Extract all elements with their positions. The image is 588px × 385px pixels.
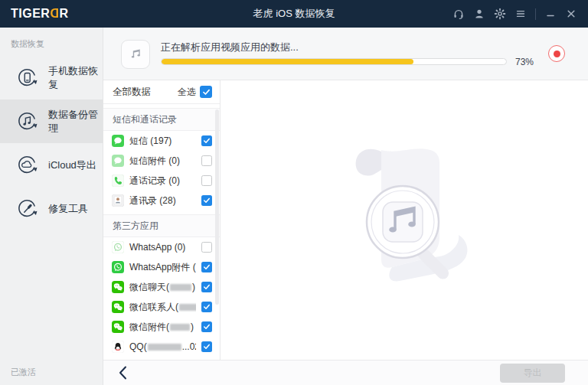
sidebar-items: 手机数据恢复数据备份管理iCloud导出修复工具 [0,56,103,230]
user-icon[interactable] [473,8,485,20]
titlebar-divider [535,8,536,20]
logo-tail: R [59,7,68,20]
wechat-icon [112,281,124,293]
list-item[interactable]: 通讯录 (28) [103,191,220,210]
list-item-label: 短信 (197) [129,135,196,148]
sidebar-item[interactable]: 修复工具 [0,187,103,230]
item-checkbox[interactable] [201,321,212,332]
list-item-label: 微信附件() (9259) [129,321,196,334]
minimize-icon[interactable] [544,8,557,20]
section-header: 第三方应用 [103,214,220,237]
sidebar: 数据恢复 手机数据恢复数据备份管理iCloud导出修复工具 已激活 [0,28,103,385]
item-checkbox[interactable] [201,282,212,292]
logo-text: TIGER [11,7,50,20]
sidebar-item[interactable]: 数据备份管理 [0,100,103,143]
list-header: 全部数据 全选 [103,80,220,104]
item-checkbox[interactable] [201,135,212,146]
whatsapp-icon [112,261,124,273]
back-chevron-icon[interactable] [115,365,130,380]
export-button[interactable]: 导出 [500,364,565,383]
list-scrollbar[interactable] [215,109,219,305]
music-note-icon [121,40,150,69]
qq-icon [112,341,124,353]
progress-percent: 73% [515,57,534,67]
list-item-label: WhatsApp (0) [129,242,196,253]
window-title: 老虎 iOS 数据恢复 [141,7,447,21]
item-checkbox[interactable] [201,155,212,166]
list-item[interactable] [103,357,220,360]
call-log-icon [112,175,124,187]
sidebar-section-label: 数据恢复 [0,28,103,56]
list-item-label: WhatsApp附件 (2) [129,261,196,274]
scan-status-text: 正在解析应用视频应用的数据... [161,41,299,54]
list-item-label: 微信联系人() (2126) [129,301,196,314]
backup-management-icon [16,110,39,133]
list-item-label: 微信聊天() (280) [129,281,196,294]
list-item[interactable]: WhatsApp (0) [103,237,220,257]
wechat-icon [112,321,124,333]
item-checkbox[interactable] [201,302,212,312]
progress-bar [161,58,507,65]
data-type-panel: 全部数据 全选 短信和通话记录短信 (197)短信附件 (0)通话记录 (0)通… [103,80,220,360]
menu-icon[interactable] [514,8,527,20]
phone-recovery-icon [16,67,39,90]
contacts-icon [112,194,124,207]
list-item[interactable]: 短信 (197) [103,131,220,151]
sms-attachment-icon [112,155,124,167]
main-area: 正在解析应用视频应用的数据... 73% 全部数据 全选 [103,28,588,385]
list-item[interactable]: QQ(...021) (2) [103,337,220,357]
redacted-text [170,284,191,291]
item-checkbox[interactable] [201,242,212,253]
app-logo: TIGERDR [11,7,141,21]
activation-status: 已激活 [11,367,36,378]
list-item[interactable]: WhatsApp附件 (2) [103,257,220,277]
record-dot-icon [554,51,560,57]
repair-tool-icon [16,197,39,220]
parsing-illustration [315,135,493,306]
scan-progress-area: 正在解析应用视频应用的数据... 73% [103,28,588,80]
sidebar-item[interactable]: 手机数据恢复 [0,56,103,100]
list-item-label: 通话记录 (0) [129,175,196,188]
record-stop-button[interactable] [548,45,565,62]
sidebar-item[interactable]: iCloud导出 [0,143,103,187]
logo-accent-letter: D [50,7,59,21]
list-item[interactable]: 微信附件() (9259) [103,317,220,337]
item-checkbox[interactable] [201,262,212,272]
headset-icon[interactable] [452,8,465,20]
redacted-text [170,324,190,331]
whatsapp-light-icon [112,241,124,253]
progress-fill [162,59,413,64]
app-window: TIGERDR 老虎 iOS 数据恢复 [0,0,588,385]
titlebar: TIGERDR 老虎 iOS 数据恢复 [0,0,588,28]
sidebar-item-label: 数据备份管理 [48,108,103,135]
list-item-label: 通讯录 (28) [129,194,196,207]
redacted-text [148,344,181,351]
list-item[interactable]: 微信联系人() (2126) [103,297,220,317]
item-checkbox[interactable] [201,341,212,352]
list-title: 全部数据 [113,86,178,99]
list-item[interactable]: 通话记录 (0) [103,171,220,191]
list-item[interactable]: 短信附件 (0) [103,151,220,171]
list-item[interactable]: 微信聊天() (280) [103,277,220,297]
titlebar-actions [447,8,577,20]
icloud-export-icon [16,154,39,177]
sms-icon [112,135,124,147]
redacted-text [179,304,196,311]
list-sections: 短信和通话记录短信 (197)短信附件 (0)通话记录 (0)通讯录 (28)第… [103,108,220,360]
preview-area [220,80,588,360]
list-item-label: 短信附件 (0) [129,155,196,168]
select-all-checkbox[interactable] [200,86,212,98]
sidebar-item-label: iCloud导出 [48,158,96,172]
sidebar-item-label: 手机数据恢复 [48,64,103,92]
gear-icon[interactable] [494,8,506,20]
item-checkbox[interactable] [201,175,212,186]
bottom-bar: 导出 [103,360,588,385]
item-checkbox[interactable] [201,195,212,206]
sidebar-item-label: 修复工具 [48,202,88,216]
select-all-label: 全选 [178,86,196,99]
wechat-icon [112,301,124,313]
section-header: 短信和通话记录 [103,108,220,131]
list-item-label: QQ(...021) (2) [129,341,196,352]
close-icon[interactable] [565,8,577,20]
